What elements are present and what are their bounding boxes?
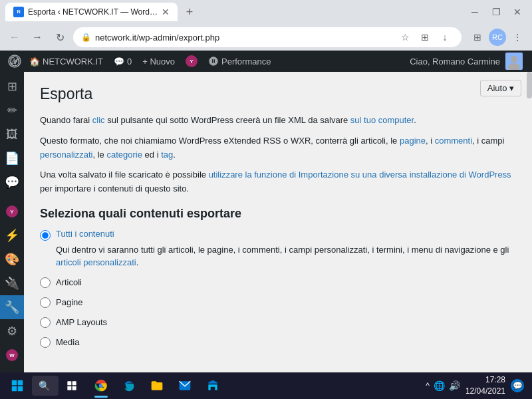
bookmark-button[interactable]: ☆ <box>396 29 414 46</box>
browser-tab[interactable]: N Esporta ‹ NETCWORK.IT — Word… ✕ <box>5 3 178 21</box>
taskbar-clock[interactable]: 17:28 12/04/2021 <box>463 374 508 397</box>
section-title: Seleziona quali contenuti esportare <box>40 207 516 221</box>
clic-link[interactable]: clic <box>92 115 105 125</box>
back-button[interactable]: ← <box>5 28 24 47</box>
profile-button[interactable]: RC <box>488 28 507 47</box>
network-icon[interactable]: 🌐 <box>434 380 445 391</box>
computer-link[interactable]: sul tuo computer <box>350 115 414 125</box>
taskbar-mail-app[interactable] <box>172 372 198 399</box>
window-controls: ─ ❐ ✕ <box>466 3 527 21</box>
sidebar-amp[interactable]: ⚡ <box>0 223 24 247</box>
svg-rect-13 <box>12 386 17 392</box>
sidebar-appearance[interactable]: 🎨 <box>0 247 24 271</box>
sidebar-tools[interactable]: 🔧 <box>0 295 24 319</box>
option-amp: AMP Layouts <box>40 317 516 328</box>
commenti-link[interactable]: commenti <box>435 136 472 146</box>
tray-icon-up[interactable]: ^ <box>426 381 430 390</box>
radio-pagine[interactable] <box>40 297 51 308</box>
site-name-button[interactable]: 🏠 NETCWORK.IT <box>24 51 108 72</box>
intro-paragraph-1: Quando farai clic sul pulsante qui sotto… <box>40 114 516 128</box>
user-avatar[interactable] <box>505 53 523 70</box>
lock-icon: 🔒 <box>81 33 91 42</box>
notification-button[interactable]: 💬 <box>511 379 524 392</box>
sidebar-settings[interactable]: ⚙ <box>0 319 24 343</box>
comments-count: 0 <box>127 57 132 66</box>
greeting-button[interactable]: Ciao, Romano Carmine <box>404 51 505 72</box>
radio-tutti-label[interactable]: Tutti i contenuti <box>56 229 114 239</box>
wp-logo-icon <box>8 55 21 68</box>
help-button[interactable]: Aiuto ▾ <box>480 80 521 96</box>
start-button[interactable] <box>3 372 32 399</box>
tab-favicon: N <box>13 7 24 17</box>
extensions-button[interactable]: ⊞ <box>468 28 487 47</box>
sidebar-dashboard[interactable]: ⊞ <box>0 74 24 98</box>
wp-content-area: Aiuto ▾ Esporta Quando farai clic sul pu… <box>24 72 532 399</box>
personalizzati-link[interactable]: personalizzati <box>40 150 93 160</box>
browser-avatar[interactable]: RC <box>489 29 506 46</box>
minimize-button[interactable]: ─ <box>466 3 484 21</box>
taskbar-edge-app[interactable] <box>116 372 142 399</box>
help-button-wrap: Aiuto ▾ <box>480 80 521 96</box>
svg-rect-17 <box>67 386 71 390</box>
windows-logo-icon <box>11 380 23 392</box>
categorie-link[interactable]: categorie <box>106 150 142 160</box>
task-view-button[interactable] <box>59 372 85 399</box>
yoast-button[interactable]: Y <box>180 51 203 72</box>
radio-articoli[interactable] <box>40 277 51 288</box>
browser-title-bar: N Esporta ‹ NETCWORK.IT — Word… ✕ + ─ ❐ … <box>0 0 532 24</box>
intro-paragraph-2: Questo formato, che noi chiamiamo WordPr… <box>40 134 516 162</box>
radio-pagine-label[interactable]: Pagine <box>56 297 82 307</box>
performance-button[interactable]: Performance <box>203 51 276 72</box>
taskbar-store-app[interactable] <box>200 372 226 399</box>
tab-close-button[interactable]: ✕ <box>162 7 170 17</box>
taskbar-file-explorer-app[interactable] <box>144 372 170 399</box>
radio-option-tutti: Tutti i contenuti <box>40 229 516 241</box>
svg-rect-11 <box>12 380 17 386</box>
comments-button[interactable]: 💬 0 <box>108 51 137 72</box>
svg-point-6 <box>508 63 520 70</box>
scrollbar-thumb[interactable] <box>527 72 532 98</box>
sidebar-yoast[interactable]: Y <box>0 200 24 223</box>
forward-button[interactable]: → <box>28 28 47 47</box>
sidebar-posts[interactable]: ✏ <box>0 98 24 122</box>
sidebar-wp2[interactable]: W <box>0 343 24 367</box>
search-icon: 🔍 <box>39 380 50 391</box>
radio-tutti[interactable] <box>40 230 51 241</box>
more-options-button[interactable]: ⋮ <box>508 28 527 47</box>
taskbar-time-display: 17:28 <box>466 374 505 386</box>
taskbar-chrome-app[interactable] <box>88 372 114 399</box>
svg-text:N: N <box>17 9 20 15</box>
tag-link[interactable]: tag <box>161 150 173 160</box>
close-button[interactable]: ✕ <box>508 3 527 21</box>
pagine-link[interactable]: pagine <box>400 136 426 146</box>
maximize-button[interactable]: ❐ <box>487 3 505 21</box>
svg-text:Y: Y <box>190 59 194 65</box>
sidebar-plugins[interactable]: 🔌 <box>0 271 24 295</box>
taskbar-search-button[interactable]: 🔍 <box>32 376 59 396</box>
reload-button[interactable]: ↻ <box>51 28 69 47</box>
importazione-link[interactable]: utilizzare la funzione di Importazione s… <box>209 170 511 180</box>
radio-articoli-label[interactable]: Articoli <box>56 277 82 287</box>
download-button[interactable]: ↓ <box>436 29 454 46</box>
sidebar-pages[interactable]: 📄 <box>0 146 24 170</box>
svg-rect-16 <box>72 381 76 385</box>
articoli-personalizzati-link[interactable]: articoli personalizzati <box>56 257 136 267</box>
option-pagine: Pagine <box>40 297 516 308</box>
sidebar-media[interactable]: 🖼 <box>0 122 24 146</box>
new-content-button[interactable]: + Nuovo <box>137 51 180 72</box>
edge-icon <box>122 379 136 392</box>
system-tray-icons: ^ 🌐 🔊 <box>426 380 460 391</box>
sound-icon[interactable]: 🔊 <box>449 380 460 391</box>
reader-mode-button[interactable]: ⊞ <box>416 29 434 46</box>
radio-media-label[interactable]: Media <box>56 337 79 347</box>
radio-media[interactable] <box>40 337 51 348</box>
wp-logo-button[interactable] <box>5 52 24 70</box>
new-tab-button[interactable]: + <box>180 3 199 21</box>
option-media: Media <box>40 337 516 348</box>
address-input[interactable]: 🔒 netcwork.it/wp-admin/export.php ☆ ⊞ ↓ <box>73 27 462 47</box>
option-tutti: Tutti i contenuti Qui dentro vi saranno … <box>40 229 516 269</box>
radio-amp[interactable] <box>40 317 51 328</box>
sidebar-comments[interactable]: 💬 <box>0 170 24 194</box>
radio-amp-label[interactable]: AMP Layouts <box>56 317 107 327</box>
admin-bar-right: Ciao, Romano Carmine <box>404 51 527 72</box>
